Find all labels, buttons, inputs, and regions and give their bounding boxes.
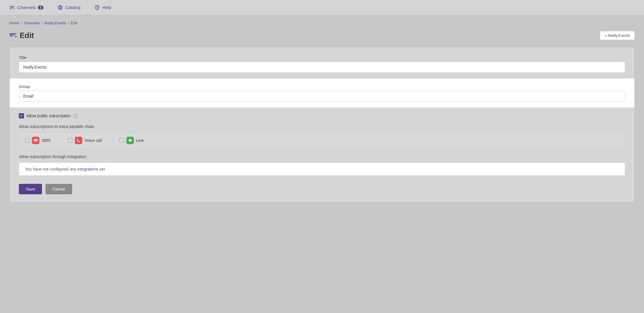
catalog-icon [57, 5, 63, 10]
allow-public-checkbox[interactable] [19, 113, 24, 118]
top-nav: Channels 2 Catalog ? Help [0, 0, 644, 15]
payable-label: Allow subscriptions to extra payable cha… [19, 124, 625, 129]
sms-option[interactable]: SMS [25, 137, 50, 144]
help-icon: ? [94, 5, 100, 10]
breadcrumb-sep-1: / [21, 21, 22, 25]
form-section: Title Group Allow public subscription ? … [9, 47, 635, 203]
integration-text-after: yet [98, 167, 105, 171]
breadcrumb: Home / Channels / Notify.Events / Edit [9, 21, 635, 25]
line-option[interactable]: Line [119, 137, 144, 144]
line-label: Line [136, 138, 144, 143]
sms-icon [32, 137, 39, 144]
integration-box: You have not configured any integrations… [19, 162, 625, 176]
help-tooltip-icon[interactable]: ? [73, 114, 78, 118]
breadcrumb-home[interactable]: Home [9, 21, 19, 25]
channels-label: Channels [17, 5, 36, 10]
nav-catalog[interactable]: Catalog [55, 3, 83, 12]
allow-public-label: Allow public subscription [26, 114, 71, 118]
breadcrumb-current: Edit [71, 21, 77, 25]
voice-checkbox[interactable] [68, 138, 72, 143]
title-input[interactable] [19, 62, 625, 73]
integration-text-before: You have not configured any [25, 167, 77, 171]
group-label: Group [19, 84, 625, 89]
channels-icon [9, 5, 15, 10]
breadcrumb-notify-events[interactable]: Notify.Events [44, 21, 66, 25]
page-title: Edit [20, 31, 34, 40]
svg-text:?: ? [96, 6, 98, 9]
line-icon [126, 137, 134, 144]
sms-label: SMS [42, 138, 50, 143]
voice-label: Voice call [85, 138, 102, 143]
main-area: Home / Channels / Notify.Events / Edit E… [0, 15, 644, 208]
breadcrumb-sep-3: / [68, 21, 69, 25]
voice-icon [75, 137, 82, 144]
svg-rect-6 [34, 139, 37, 141]
voice-option[interactable]: Voice call [68, 137, 102, 144]
page-title-wrapper: Edit [9, 31, 34, 40]
sms-checkbox[interactable] [25, 138, 30, 143]
form-bottom: Allow public subscription ? Allow subscr… [10, 107, 634, 202]
help-label: Help [102, 5, 111, 10]
line-checkbox[interactable] [119, 138, 124, 143]
cancel-button[interactable]: Cancel [46, 184, 72, 194]
integrations-link[interactable]: integrations [77, 167, 98, 171]
group-row: Group [10, 78, 634, 107]
btn-row: Save Cancel [19, 184, 625, 194]
group-field: Group [19, 84, 625, 102]
breadcrumb-channels[interactable]: Channels [24, 21, 40, 25]
catalog-label: Catalog [66, 5, 81, 10]
svg-point-1 [59, 7, 61, 8]
nav-help[interactable]: ? Help [92, 3, 114, 12]
group-input[interactable] [19, 91, 625, 102]
integration-label: Allow subscription through integration [19, 154, 625, 159]
page-header: Edit « Notify.Events [9, 31, 635, 40]
form-inner: Title [10, 47, 634, 73]
title-label: Title [19, 55, 625, 60]
chat-options-box: SMS Voice call [19, 132, 625, 149]
channels-badge: 2 [38, 6, 43, 10]
page-title-icon [9, 32, 17, 40]
back-button[interactable]: « Notify.Events [600, 31, 635, 40]
allow-public-row: Allow public subscription ? [19, 113, 625, 118]
title-field: Title [19, 55, 625, 73]
nav-channels[interactable]: Channels 2 [7, 3, 46, 12]
breadcrumb-sep-2: / [41, 21, 43, 25]
save-button[interactable]: Save [19, 184, 42, 194]
